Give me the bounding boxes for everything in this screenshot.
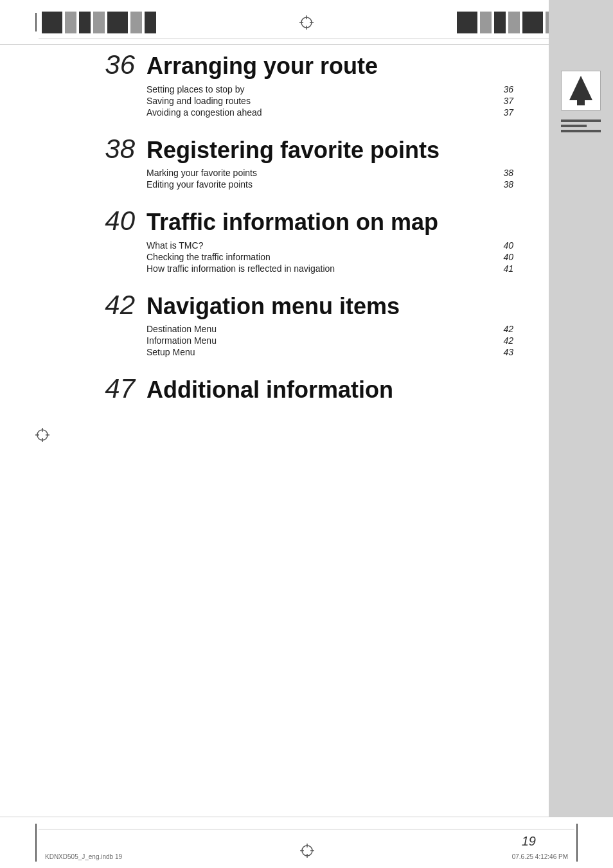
section-title: Arranging your route	[147, 53, 378, 79]
entry-label: Information Menu	[147, 335, 217, 346]
section-header: 36Arranging your route	[100, 51, 513, 79]
top-bar-segments-left	[42, 12, 156, 33]
entry-row: Setup Menu43	[147, 347, 513, 357]
top-left-line	[35, 13, 37, 31]
entry-row: How traffic information is reflected in …	[147, 263, 513, 274]
entry-label: Destination Menu	[147, 324, 217, 334]
entry-label: Saving and loading routes	[147, 96, 251, 106]
entry-page: 41	[494, 263, 513, 274]
toc-section: 40Traffic information on mapWhat is TMC?…	[100, 208, 513, 274]
section-title: Traffic information on map	[147, 209, 438, 235]
bottom-left-line	[35, 824, 37, 862]
page-number: 19	[522, 834, 536, 849]
section-entries: Marking your favorite points38Editing yo…	[147, 168, 513, 190]
entry-row: Avoiding a congestion ahead37	[147, 107, 513, 118]
toc-section: 47Additional information	[100, 375, 513, 403]
entry-page: 42	[494, 324, 513, 334]
section-number: 36	[100, 51, 135, 78]
section-entries: Destination Menu42Information Menu42Setu…	[147, 324, 513, 357]
section-number: 40	[100, 208, 135, 235]
entry-row: Information Menu42	[147, 335, 513, 346]
nav-arrow-icon	[568, 75, 594, 107]
entry-row: Setting places to stop by36	[147, 84, 513, 94]
filename-label: KDNXD505_J_eng.indb 19	[45, 853, 122, 860]
entry-label: How traffic information is reflected in …	[147, 263, 335, 274]
top-center-crosshair	[299, 15, 314, 30]
datetime-label: 07.6.25 4:12:46 PM	[512, 853, 568, 860]
toc-section: 36Arranging your routeSetting places to …	[100, 51, 513, 118]
section-number: 38	[100, 136, 135, 163]
entry-row: Marking your favorite points38	[147, 168, 513, 178]
entry-label: Setting places to stop by	[147, 84, 245, 94]
section-entries: Setting places to stop by36Saving and lo…	[147, 84, 513, 118]
section-number: 42	[100, 292, 135, 319]
bottom-right-line	[576, 824, 578, 862]
toc-section: 42Navigation menu itemsDestination Menu4…	[100, 292, 513, 358]
svg-marker-10	[569, 76, 592, 100]
top-rule	[39, 39, 574, 39]
bottom-center-crosshair	[300, 844, 313, 856]
entry-label: Checking the traffic information	[147, 252, 271, 262]
entry-page: 36	[494, 84, 513, 94]
bottom-rule	[39, 829, 574, 829]
section-title: Registering favorite points	[147, 137, 440, 163]
entry-label: Marking your favorite points	[147, 168, 257, 178]
entry-label: What is TMC?	[147, 240, 203, 251]
entry-page: 37	[494, 96, 513, 106]
section-entries: What is TMC?40Checking the traffic infor…	[147, 240, 513, 274]
section-number: 47	[100, 375, 135, 402]
entry-row: Checking the traffic information40	[147, 252, 513, 262]
entry-row: Editing your favorite points38	[147, 179, 513, 190]
entry-row: What is TMC?40	[147, 240, 513, 251]
entry-row: Saving and loading routes37	[147, 96, 513, 106]
nav-icon-box	[561, 71, 601, 111]
entry-row: Destination Menu42	[147, 324, 513, 334]
svg-rect-11	[577, 100, 585, 105]
entry-page: 40	[494, 240, 513, 251]
main-content: 36Arranging your routeSetting places to …	[100, 51, 513, 797]
section-title: Additional information	[147, 377, 393, 403]
entry-label: Avoiding a congestion ahead	[147, 107, 262, 118]
right-sidebar	[549, 0, 613, 868]
toc-section: 38Registering favorite pointsMarking you…	[100, 136, 513, 190]
section-header: 40Traffic information on map	[100, 208, 513, 235]
section-header: 42Navigation menu items	[100, 292, 513, 319]
entry-page: 40	[494, 252, 513, 262]
entry-page: 43	[494, 347, 513, 357]
entry-label: Setup Menu	[147, 347, 195, 357]
section-header: 47Additional information	[100, 375, 513, 403]
section-header: 38Registering favorite points	[100, 136, 513, 163]
section-title: Navigation menu items	[147, 294, 400, 319]
entry-label: Editing your favorite points	[147, 179, 253, 190]
entry-page: 37	[494, 107, 513, 118]
entry-page: 38	[494, 168, 513, 178]
sidebar-lines	[561, 120, 601, 135]
entry-page: 42	[494, 335, 513, 346]
entry-page: 38	[494, 179, 513, 190]
left-crosshair	[35, 428, 48, 441]
